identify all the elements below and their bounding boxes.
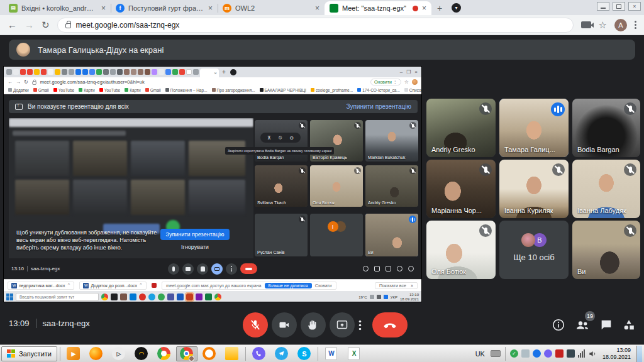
nested-participant-tile[interactable]: Вікторія Кравець — [310, 120, 363, 162]
stop-sharing-button[interactable]: Більше не ділитися — [265, 283, 312, 288]
show-all-downloads[interactable]: Показати все × — [375, 282, 418, 289]
nested-overflow-tile[interactable]: І Ще 9 осіб — [310, 214, 363, 256]
profile-avatar[interactable]: A — [614, 19, 627, 31]
close-icon[interactable]: × — [315, 4, 319, 13]
nested-participant-tile[interactable]: Markian Bukatchuk — [365, 120, 418, 162]
close-icon[interactable]: × — [101, 4, 106, 13]
raise-hand-button[interactable] — [301, 312, 326, 337]
language-indicator[interactable]: UK — [473, 350, 487, 358]
flag-icon[interactable] — [567, 349, 575, 358]
start-button[interactable]: Запустити — [1, 346, 57, 361]
nested-self-tile[interactable]: Ви — [365, 214, 418, 256]
network-icon[interactable] — [578, 349, 585, 358]
nested-app-icon[interactable] — [120, 293, 127, 300]
chat-icon[interactable] — [597, 316, 615, 334]
participant-tile[interactable]: Маріанна Чор... — [426, 160, 496, 218]
taskbar-viber[interactable] — [248, 346, 270, 361]
tray-icon[interactable] — [370, 295, 374, 299]
taskbar-browser-orange[interactable] — [199, 346, 220, 361]
browser-menu-icon[interactable] — [635, 21, 636, 29]
chevron-up-icon[interactable]: ⌃ — [67, 283, 71, 288]
taskbar-kmplayer[interactable]: ▷ — [108, 346, 130, 361]
nested-search-input[interactable] — [16, 293, 99, 301]
nested-word-icon[interactable] — [177, 293, 184, 300]
bookmark-star-icon[interactable]: ☆ — [599, 19, 607, 31]
nested-record-icon[interactable] — [408, 266, 414, 272]
taskbar-file-manager[interactable] — [221, 346, 243, 361]
nested-excel-icon[interactable] — [205, 293, 212, 300]
nested-onenote-icon[interactable] — [196, 293, 203, 300]
nested-participant-tile[interactable]: Оля Ботюк — [310, 165, 363, 207]
download-chip[interactable]: W педпрактика маг...docx ⌃ — [8, 282, 74, 290]
show-desktop-button[interactable] — [636, 346, 642, 362]
nested-participant-tile[interactable]: ⊼ ⦸ ⊖ Bodia Bargan — [255, 120, 308, 162]
tile-hover-controls[interactable]: ⊼ ⦸ ⊖ — [260, 133, 301, 143]
nested-hangup-button[interactable] — [240, 263, 257, 274]
nested-participant-tile[interactable]: Svitlana Tkach — [255, 165, 308, 207]
viber-tray-icon[interactable] — [544, 349, 552, 358]
stop-presentation-button[interactable]: Зупинити презентацію — [160, 229, 229, 240]
taskbar-telegram[interactable] — [271, 346, 292, 361]
ignore-button[interactable]: Ігнорувати — [181, 244, 209, 250]
forward-icon[interactable]: → — [25, 19, 34, 30]
nested-participant-tile[interactable]: Andriy Gresko — [365, 165, 418, 207]
back-icon[interactable]: ← — [8, 19, 17, 30]
taskbar-firefox[interactable] — [86, 346, 107, 361]
nested-powerpoint-icon[interactable] — [186, 293, 193, 300]
keyboard-icon[interactable] — [491, 350, 501, 357]
nested-participant-tile[interactable]: Р Руслан Санів — [255, 214, 308, 256]
flash-icon[interactable] — [555, 349, 564, 358]
hangup-button[interactable] — [372, 312, 408, 337]
activities-icon[interactable] — [620, 316, 638, 334]
taskbar-media-player[interactable]: ▶ — [63, 346, 84, 361]
remove-icon[interactable]: ⊖ — [289, 135, 294, 141]
nested-info-icon[interactable] — [363, 266, 369, 272]
tab-owl2[interactable]: m OWL2 × — [218, 1, 325, 15]
participant-tile-speaking[interactable]: Тамара Галиц... — [499, 99, 569, 157]
hide-button[interactable]: Сховати — [315, 283, 332, 288]
meeting-details-icon[interactable] — [550, 316, 567, 334]
mic-button-muted[interactable] — [243, 312, 268, 337]
overflow-tile[interactable]: В Ще 10 осіб — [499, 221, 569, 279]
nested-app-icon[interactable] — [111, 293, 118, 300]
nested-more-button[interactable] — [226, 263, 237, 275]
nested-people-icon[interactable] — [374, 266, 380, 272]
tray-icon[interactable] — [377, 295, 381, 299]
nested-app-icon[interactable] — [158, 293, 165, 300]
self-tile[interactable]: Ви — [572, 221, 640, 279]
participant-tile[interactable]: Andriy Gresko — [426, 99, 496, 157]
taskbar-aimp[interactable]: ◠ — [131, 346, 152, 361]
nested-app-icon[interactable] — [139, 293, 146, 300]
address-bar[interactable]: meet.google.com/saa-tznq-egx — [57, 18, 574, 33]
nested-chat-icon[interactable] — [386, 266, 391, 272]
clock[interactable]: 13:09 18.09.2021 — [600, 347, 633, 361]
nested-activities-icon[interactable] — [397, 266, 402, 272]
participant-tile[interactable]: Bodia Bargan — [572, 99, 640, 157]
tab-mail[interactable]: ✉ Вхідні • korolko_andr@ukr.net × — [4, 1, 111, 15]
tab-facebook[interactable]: f Поступовий гурт франківців | F × — [111, 1, 218, 15]
taskbar-chrome-active[interactable] — [176, 346, 197, 361]
participant-tile[interactable]: Оля Ботюк — [426, 221, 496, 279]
chevron-up-icon[interactable]: ⌃ — [139, 283, 143, 288]
taskbar-chrome[interactable] — [153, 346, 175, 361]
nested-hand-button[interactable] — [197, 263, 208, 275]
more-options-button[interactable] — [347, 312, 372, 337]
tab-sharing-indicator-icon[interactable] — [581, 21, 591, 28]
nested-start-icon[interactable] — [6, 293, 13, 300]
tab-meet-active[interactable]: Meet: "saa-tznq-egx" × — [325, 1, 431, 15]
nested-present-button[interactable] — [211, 263, 223, 275]
tray-icon[interactable] — [384, 295, 388, 299]
nested-language-indicator[interactable]: УКР — [391, 295, 397, 299]
close-icon[interactable]: × — [208, 4, 213, 13]
shared-screen[interactable]: × + –❒× ← → ↻ meet.google.com/saa-tznq-e… — [3, 66, 422, 302]
volume-icon[interactable] — [588, 349, 597, 358]
nested-stop-presentation-link[interactable]: Зупинити презентацію — [347, 103, 411, 110]
nested-app-icon[interactable] — [148, 293, 155, 300]
close-icon[interactable]: × — [411, 283, 413, 288]
download-chip[interactable]: W Додаток до розп...docx ⌃ — [79, 282, 147, 290]
nested-mail-icon[interactable] — [130, 293, 136, 300]
reload-icon[interactable]: ↻ — [42, 19, 50, 31]
new-tab-button[interactable]: + — [431, 1, 448, 15]
participant-tile[interactable]: Іванна Куриляк — [499, 160, 569, 218]
nested-chrome-icon[interactable] — [214, 293, 221, 300]
